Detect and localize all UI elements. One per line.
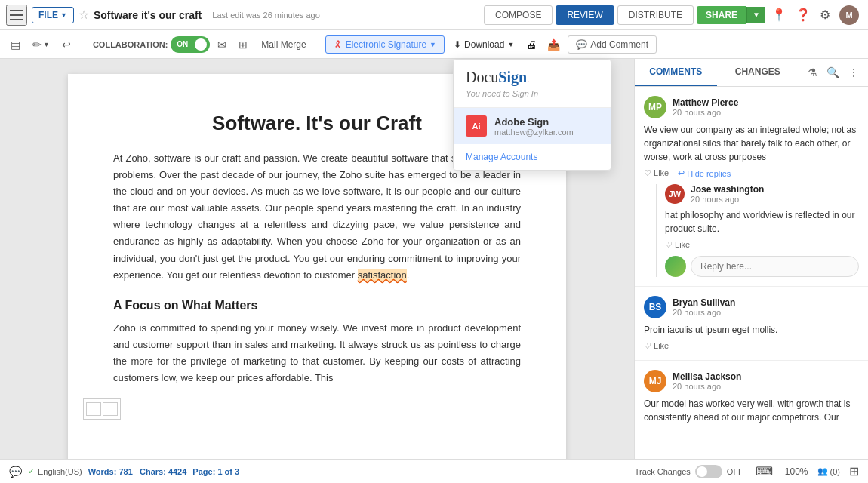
mail-merge-button[interactable]: Mail Merge	[255, 36, 312, 53]
language-selector[interactable]: ✓ English(US)	[28, 466, 82, 476]
mode-icon: ✏	[32, 38, 42, 51]
commenter-name-2: Bryan Sullivan	[673, 297, 735, 308]
chevron-down-icon: ▼	[60, 11, 67, 19]
share-button-group: SHARE ▼	[697, 6, 765, 24]
undo-button[interactable]: ↩	[57, 35, 75, 54]
comment-thread-2: BS Bryan Sullivan 20 hours ago Proin iac…	[635, 287, 868, 361]
merge-icon-button[interactable]: ⊞	[234, 35, 252, 54]
file-label: FILE	[38, 10, 58, 20]
download-button[interactable]: ⬇ Download ▼	[448, 36, 520, 53]
page-view-button[interactable]: ▤	[6, 35, 25, 54]
commenter-name-1: Matthew Pierce	[673, 97, 738, 108]
share2-icon: 📤	[547, 38, 560, 51]
annotation-inner-2	[103, 402, 118, 416]
search-icon-button[interactable]: 🔍	[823, 65, 842, 80]
settings-icon-button[interactable]: ⚙	[817, 5, 833, 25]
reply-input[interactable]	[691, 256, 859, 277]
sidebar: COMMENTS CHANGES ⚗ 🔍 ⋮ MP Matthew Pierce…	[634, 59, 868, 459]
collab-badge: 👥 (0)	[817, 466, 840, 476]
track-changes-area: Track Changes OFF	[635, 465, 743, 478]
merge-icon: ⊞	[239, 38, 248, 51]
comment-time-3: 20 hours ago	[673, 382, 741, 391]
compose-tab-button[interactable]: COMPOSE	[484, 5, 553, 25]
page-current: 1	[217, 467, 222, 476]
like-button-reply-1[interactable]: ♡ Like	[665, 240, 690, 250]
comment-header-2: BS Bryan Sullivan 20 hours ago	[644, 296, 859, 318]
chat-icon-button[interactable]: 💬	[9, 466, 22, 478]
star-button[interactable]: ☆	[78, 8, 89, 22]
toolbar: ▤ ✏ ▼ ↩ COLLABORATION: ON ✉ ⊞ Mail Merge…	[0, 30, 868, 59]
doc-paragraph-2: Zoho is committed to spending your money…	[113, 320, 521, 386]
comments-list: MP Matthew Pierce 20 hours ago We view o…	[635, 87, 868, 459]
track-toggle[interactable]	[695, 465, 722, 478]
comments-tab[interactable]: COMMENTS	[635, 59, 717, 86]
filter-icon-button[interactable]: ⚗	[805, 65, 820, 80]
distribute-tab-button[interactable]: DISTRIBUTE	[617, 5, 694, 25]
reply-text-1: hat philosophy and worldview is reflecte…	[665, 208, 859, 235]
manage-accounts-button[interactable]: Manage Accounts	[454, 144, 611, 170]
comment-time-1: 20 hours ago	[673, 108, 738, 117]
like-button-2[interactable]: ♡ Like	[644, 341, 669, 351]
adobe-sign-item[interactable]: Ai Adobe Sign matthew@zylkar.com	[454, 108, 611, 144]
docusign-logo: DocuSign.	[466, 69, 599, 86]
status-bar-left: 💬 ✓ English(US) Words: 781 Chars: 4424 P…	[9, 466, 626, 478]
sidebar-tab-actions: ⚗ 🔍 ⋮	[799, 65, 868, 80]
comment-meta-2: Bryan Sullivan 20 hours ago	[673, 297, 735, 317]
comment-thread-1: MP Matthew Pierce 20 hours ago We view o…	[635, 87, 868, 287]
share2-icon-button[interactable]: 📤	[543, 35, 565, 54]
zoom-level: 100%	[785, 466, 808, 477]
adobe-sign-info: Adobe Sign matthew@zylkar.com	[494, 116, 574, 137]
changes-tab[interactable]: CHANGES	[717, 59, 799, 86]
undo-icon: ↩	[62, 38, 71, 51]
hide-replies-button[interactable]: ↩ Hide replies	[678, 168, 731, 178]
add-comment-label: Add Comment	[590, 39, 648, 50]
chevron-down-icon: ▼	[429, 41, 436, 48]
reply-item-1: JW Jose washington 20 hours ago hat phil…	[665, 184, 859, 250]
people-icon: 👥	[817, 466, 828, 476]
view-icon-button[interactable]: ⊞	[849, 464, 859, 478]
track-changes-label: Track Changes	[635, 467, 691, 476]
file-menu-button[interactable]: FILE ▼	[32, 7, 74, 23]
comment-text-3: Our model has worked very well, with gro…	[644, 397, 859, 424]
mode-button[interactable]: ✏ ▼	[28, 35, 54, 54]
share-main-button[interactable]: SHARE	[697, 6, 746, 24]
envelope-icon-button[interactable]: ✉	[213, 35, 231, 54]
location-icon-button[interactable]: 📍	[768, 5, 790, 25]
reply-input-area	[665, 256, 859, 277]
status-bar-right: Track Changes OFF ⌨ 100% 👥 (0) ⊞	[635, 461, 859, 481]
adobe-sign-email: matthew@zylkar.com	[494, 128, 574, 137]
envelope-icon: ✉	[217, 38, 226, 51]
docusign-subtitle: You need to Sign In	[466, 89, 599, 98]
reply-header-1: JW Jose washington 20 hours ago	[665, 184, 859, 204]
top-bar: FILE ▼ ☆ Software it's our craft Last ed…	[0, 0, 868, 30]
commenter-name-3: Mellisa Jackson	[673, 371, 741, 382]
page-of: of	[225, 467, 235, 476]
collab-toggle[interactable]: ON	[171, 36, 210, 53]
annotation-inner-1	[86, 402, 101, 416]
download-icon: ⬇	[454, 39, 461, 50]
check-icon: ✓	[28, 466, 35, 476]
comment-actions-1: ♡ Like ↩ Hide replies	[644, 168, 859, 178]
review-tab-button[interactable]: REVIEW	[556, 5, 614, 25]
adobe-sign-label: Adobe Sign	[494, 116, 574, 128]
words-count: 781	[119, 467, 132, 476]
comment-header-1: MP Matthew Pierce 20 hours ago	[644, 96, 859, 118]
avatar-button[interactable]: M	[836, 2, 862, 28]
download-label: Download	[464, 39, 504, 50]
print-button[interactable]: 🖨	[523, 35, 540, 54]
add-comment-button[interactable]: 💬 Add Comment	[568, 35, 657, 54]
page-info: Page: 1 of 3	[192, 467, 239, 476]
page-view-icon: ▤	[11, 38, 20, 51]
help-icon-button[interactable]: ❓	[793, 5, 814, 25]
esig-button[interactable]: 🎗 Electronic Signature ▼	[325, 35, 445, 54]
like-button-1[interactable]: ♡ Like	[644, 168, 669, 178]
adobe-sign-icon: Ai	[466, 115, 487, 137]
share-dropdown-button[interactable]: ▼	[746, 7, 765, 23]
esig-dropdown: DocuSign. You need to Sign In Ai Adobe S…	[453, 59, 611, 171]
keyboard-icon-button[interactable]: ⌨	[753, 461, 776, 481]
reply-time-1: 20 hours ago	[691, 195, 764, 204]
comment-meta-1: Matthew Pierce 20 hours ago	[673, 97, 738, 117]
more-icon-button[interactable]: ⋮	[845, 65, 862, 80]
hamburger-button[interactable]	[6, 5, 27, 26]
divider	[82, 36, 82, 53]
